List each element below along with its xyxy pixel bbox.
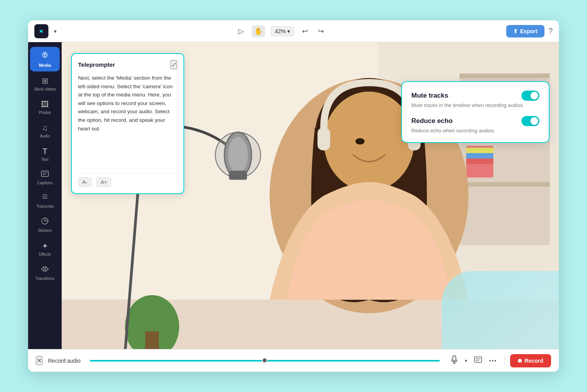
settings-panel: Mute tracks Mute tracks in the timeline …: [401, 81, 550, 143]
sidebar: Media ⊞ Stock videos 🖼 Photos ♫ Audio T …: [28, 42, 62, 349]
captions-icon: [41, 170, 49, 179]
header-tools: ▷ ✋ 42% ▾ ↩ ↪: [60, 25, 502, 37]
mute-tracks-header: Mute tracks: [411, 91, 539, 101]
mute-tracks-row: Mute tracks Mute tracks in the timeline …: [411, 91, 539, 108]
font-increase-btn[interactable]: A+: [96, 177, 111, 187]
sidebar-item-photos[interactable]: 🖼 Photos: [30, 96, 60, 119]
record-audio-label: Record audio: [48, 358, 80, 364]
teleprompter-body: Next, select the 'Media' section from th…: [78, 74, 177, 167]
record-dot-icon: [518, 359, 522, 363]
header-bar: ▾ ▷ ✋ 42% ▾ ↩ ↪ ⬆ Export ?: [28, 20, 559, 42]
stickers-icon: [41, 217, 49, 227]
zoom-level: 42%: [275, 28, 286, 34]
svg-rect-12: [459, 73, 550, 78]
reduce-echo-header: Reduce echo: [411, 116, 539, 126]
text-icon: T: [43, 147, 47, 156]
sidebar-item-transcript[interactable]: Transcript: [30, 190, 60, 212]
zoom-chevron: ▾: [287, 28, 290, 34]
project-chevron[interactable]: ▾: [54, 28, 57, 34]
sidebar-item-effects[interactable]: ✦ Effects: [30, 237, 60, 260]
stock-videos-icon: ⊞: [42, 76, 48, 86]
sidebar-label-transcript: Transcript: [36, 204, 53, 208]
bottom-bar: ✕ Record audio ▾ •••: [28, 349, 559, 372]
redo-btn[interactable]: ↪: [316, 25, 326, 37]
sidebar-item-media[interactable]: Media: [30, 47, 60, 71]
svg-rect-3: [41, 171, 48, 176]
canvas-area: Teleprompter ⤢ Next, select the 'Media' …: [62, 42, 559, 349]
svg-rect-21: [466, 153, 493, 159]
svg-rect-38: [453, 356, 456, 361]
sidebar-label-media: Media: [39, 63, 51, 68]
svg-rect-22: [466, 159, 493, 164]
app-window: ▾ ▷ ✋ 42% ▾ ↩ ↪ ⬆ Export ?: [28, 20, 559, 372]
media-icon: [41, 51, 49, 61]
record-button[interactable]: Record: [510, 354, 551, 367]
header-right: ⬆ Export ?: [506, 25, 553, 37]
mic-chevron-btn[interactable]: ▾: [463, 356, 469, 365]
hand-tool-btn[interactable]: ✋: [252, 25, 265, 37]
sidebar-item-stickers[interactable]: Stickers: [30, 213, 60, 237]
reduce-echo-row: Reduce echo Reduce echo when recording a…: [411, 116, 539, 134]
sidebar-label-text: Text: [41, 157, 48, 162]
sidebar-item-stock-videos[interactable]: ⊞ Stock videos: [30, 72, 60, 95]
teleprompter-footer: A- A+: [78, 173, 177, 187]
close-record-btn[interactable]: ✕: [36, 356, 43, 365]
more-options-btn[interactable]: •••: [487, 356, 499, 365]
sidebar-label-stickers: Stickers: [38, 228, 52, 233]
teleprompter-title: Teleprompter: [78, 61, 115, 68]
play-tool-btn[interactable]: ▷: [236, 25, 246, 37]
svg-rect-27: [318, 128, 330, 150]
mic-btn[interactable]: [449, 354, 459, 367]
export-label: Export: [520, 28, 537, 34]
bg-gradient-shape: [442, 271, 559, 349]
transcript-icon: [41, 194, 49, 203]
svg-rect-41: [475, 357, 482, 362]
main-area: Media ⊞ Stock videos 🖼 Photos ♫ Audio T …: [28, 42, 559, 349]
zoom-control[interactable]: 42% ▾: [270, 26, 294, 36]
sidebar-label-stock-videos: Stock videos: [34, 87, 56, 91]
mute-tracks-desc: Mute tracks in the timeline when recordi…: [411, 102, 539, 108]
export-button[interactable]: ⬆ Export: [506, 25, 544, 37]
audio-icon: ♫: [42, 123, 48, 132]
reduce-echo-desc: Reduce echo when recording audios.: [411, 128, 539, 134]
svg-point-26: [324, 92, 414, 191]
svg-rect-20: [466, 148, 493, 153]
record-label: Record: [525, 358, 543, 364]
sidebar-item-transitions[interactable]: Transitions: [30, 261, 60, 285]
undo-btn[interactable]: ↩: [300, 25, 310, 37]
export-icon: ⬆: [513, 28, 518, 34]
separator: [504, 356, 505, 365]
progress-track[interactable]: [90, 360, 440, 362]
svg-point-29: [356, 138, 365, 144]
app-logo: [34, 24, 48, 38]
reduce-echo-toggle[interactable]: [521, 116, 539, 126]
svg-rect-14: [459, 182, 550, 187]
sidebar-label-photos: Photos: [39, 110, 51, 115]
sidebar-label-effects: Effects: [39, 252, 51, 257]
progress-thumb: [262, 358, 267, 363]
sidebar-item-text[interactable]: T Text: [30, 143, 60, 166]
sidebar-label-audio: Audio: [40, 134, 50, 138]
teleprompter-card: Teleprompter ⤢ Next, select the 'Media' …: [71, 53, 184, 194]
font-decrease-btn[interactable]: A-: [78, 177, 92, 187]
svg-rect-37: [229, 171, 247, 180]
reduce-echo-label: Reduce echo: [411, 117, 453, 125]
teleprompter-header: Teleprompter ⤢: [78, 60, 177, 69]
mute-tracks-toggle[interactable]: [521, 91, 539, 101]
teleprompter-text: Next, select the 'Media' section from th…: [78, 74, 177, 133]
sidebar-label-transitions: Transitions: [36, 276, 55, 281]
bottom-icons: ▾ •••: [449, 354, 499, 367]
help-button[interactable]: ?: [548, 27, 553, 36]
svg-rect-31: [145, 331, 159, 349]
photos-icon: 🖼: [41, 100, 49, 109]
teleprompter-expand-btn[interactable]: ⤢: [171, 60, 177, 69]
mute-tracks-label: Mute tracks: [411, 92, 448, 100]
sidebar-item-captions[interactable]: Captions: [30, 166, 60, 189]
transitions-icon: [41, 265, 49, 275]
sidebar-label-captions: Captions: [37, 181, 52, 185]
effects-icon: ✦: [42, 241, 48, 251]
sidebar-item-audio[interactable]: ♫ Audio: [30, 119, 60, 142]
captions-toggle-btn[interactable]: [473, 355, 484, 366]
